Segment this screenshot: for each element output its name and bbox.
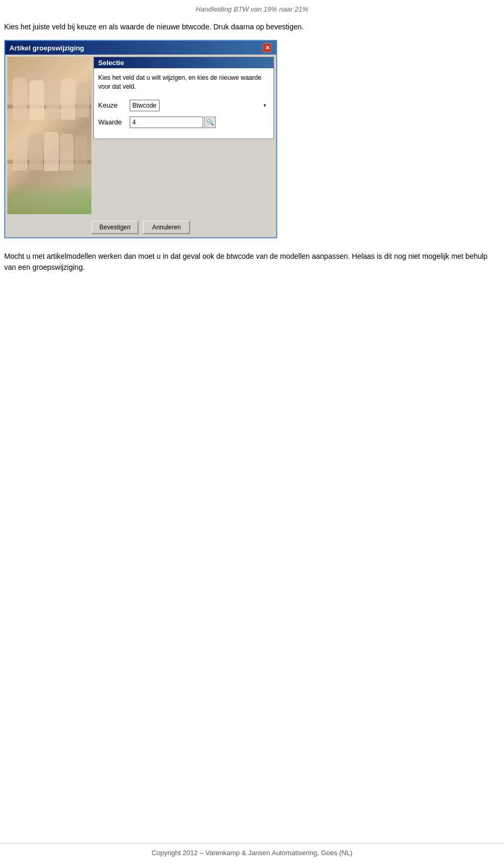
waarde-row: Waarde 🔍 [98,117,269,128]
dialog: Artikel groepswijziging ✕ [4,40,277,238]
selectie-header: Selectie [94,57,274,68]
selectie-body: Kies het veld dat u wilt wijzigen, en ki… [94,68,274,139]
keuze-row: Keuze Btwcode [98,100,269,111]
page-header: Handleiding BTW van 19% naar 21% [0,0,504,22]
intro-paragraph: Kies het juiste veld bij keuze en als wa… [0,22,504,40]
waarde-input[interactable] [130,117,203,128]
page-title: Handleiding BTW van 19% naar 21% [196,5,309,13]
search-icon: 🔍 [206,119,214,126]
copyright-text: Copyright 2012 – Varenkamp & Jansen Auto… [152,849,353,857]
outro-text: Mocht u met artikelmodellen werken dan m… [4,252,488,271]
selectie-panel: Selectie Kies het veld dat u wilt wijzig… [93,57,274,139]
keuze-select-wrapper: Btwcode [130,100,269,111]
dialog-title: Artikel groepswijziging [9,44,84,52]
intro-text: Kies het juiste veld bij keuze en als wa… [4,23,303,31]
bevestigen-button[interactable]: Bevestigen [91,220,139,234]
annuleren-button[interactable]: Annuleren [143,220,190,234]
page-footer: Copyright 2012 – Varenkamp & Jansen Auto… [0,843,504,857]
dialog-close-button[interactable]: ✕ [262,43,272,52]
waarde-label: Waarde [98,118,130,126]
dialog-body: Selectie Kies het veld dat u wilt wijzig… [5,55,276,216]
dialog-buttons: Bevestigen Annuleren [5,216,276,237]
dialog-image-panel [7,57,91,214]
selectie-title: Selectie [98,59,124,67]
dialog-titlebar: Artikel groepswijziging ✕ [5,41,276,55]
dialog-wrapper: Artikel groepswijziging ✕ [0,40,504,249]
close-icon: ✕ [265,45,270,51]
keuze-label: Keuze [98,101,130,109]
selectie-description: Kies het veld dat u wilt wijzigen, en ki… [98,73,269,91]
keuze-select[interactable]: Btwcode [130,100,160,111]
outro-paragraph: Mocht u met artikelmodellen werken dan m… [0,249,504,283]
dialog-right-panel: Selectie Kies het veld dat u wilt wijzig… [93,57,274,214]
search-button[interactable]: 🔍 [204,117,216,128]
